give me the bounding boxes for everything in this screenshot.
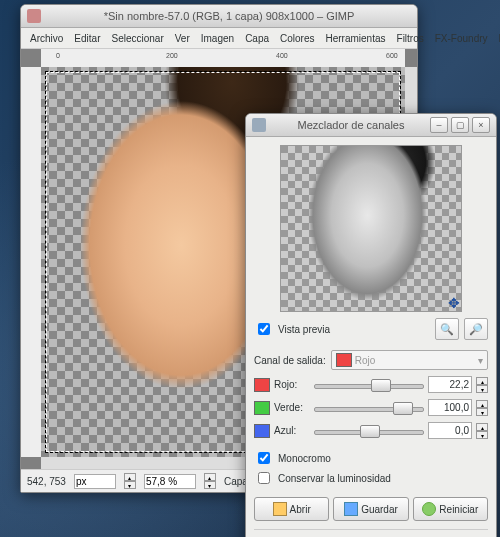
dialog-icon (252, 118, 266, 132)
menubar: Archivo Editar Seleccionar Ver Imagen Ca… (21, 28, 417, 49)
blue-value[interactable]: 0,0 (428, 422, 472, 439)
menu-seleccionar[interactable]: Seleccionar (106, 31, 168, 46)
maximize-button[interactable]: ▢ (451, 117, 469, 133)
menu-fxfoundry[interactable]: FX-Foundry (430, 31, 493, 46)
preview-checkbox[interactable] (258, 323, 270, 335)
blue-slider-label: Azul: (274, 425, 310, 436)
save-button[interactable]: Guardar (333, 497, 408, 521)
monochrome-label: Monocromo (278, 453, 331, 464)
close-button[interactable]: × (472, 117, 490, 133)
chevron-down-icon: ▾ (478, 355, 483, 366)
red-value[interactable]: 22,2 (428, 376, 472, 393)
green-value[interactable]: 100,0 (428, 399, 472, 416)
move-icon[interactable]: ✥ (445, 295, 462, 312)
folder-open-icon (273, 502, 287, 516)
red-slider[interactable] (314, 377, 424, 393)
output-channel-combo: Rojo ▾ (331, 350, 488, 370)
main-titlebar[interactable]: *Sin nombre-57.0 (RGB, 1 capa) 908x1000 … (21, 5, 417, 28)
channel-mixer-dialog: Mezclador de canales – ▢ × ✥ Vista previ… (245, 113, 497, 537)
ruler-vertical[interactable] (21, 67, 42, 457)
cursor-coords: 542, 753 (27, 476, 66, 487)
reset-icon (422, 502, 436, 516)
menu-colores[interactable]: Colores (275, 31, 319, 46)
red-slider-label: Rojo: (274, 379, 310, 390)
gimp-icon (27, 9, 41, 23)
preserve-luminosity-label: Conservar la luminosidad (278, 473, 391, 484)
main-title: *Sin nombre-57.0 (RGB, 1 capa) 908x1000 … (47, 10, 411, 22)
zoom-input[interactable] (144, 474, 196, 489)
unit-up[interactable]: ▴ (124, 473, 136, 481)
menu-filtros[interactable]: Filtros (392, 31, 429, 46)
menu-imagen[interactable]: Imagen (196, 31, 239, 46)
blue-slider[interactable] (314, 423, 424, 439)
red-swatch-icon (254, 378, 270, 392)
green-swatch-icon (254, 401, 270, 415)
preserve-luminosity-checkbox[interactable] (258, 472, 270, 484)
menu-herramientas[interactable]: Herramientas (321, 31, 391, 46)
red-up[interactable]: ▴ (476, 377, 488, 385)
unit-input[interactable] (74, 474, 116, 489)
output-channel-label: Canal de salida: (254, 355, 326, 366)
red-swatch-icon (336, 353, 352, 367)
green-slider-label: Verde: (274, 402, 310, 413)
zoom-down[interactable]: ▾ (204, 481, 216, 489)
green-slider[interactable] (314, 400, 424, 416)
unit-down[interactable]: ▾ (124, 481, 136, 489)
dialog-titlebar[interactable]: Mezclador de canales – ▢ × (246, 114, 496, 137)
zoom-out-button[interactable]: 🔍 (435, 318, 459, 340)
menu-editar[interactable]: Editar (69, 31, 105, 46)
preview-image[interactable]: ✥ (280, 145, 462, 312)
ruler-horizontal[interactable]: 0 200 400 600 (41, 49, 405, 68)
minimize-button[interactable]: – (430, 117, 448, 133)
zoom-in-button[interactable]: 🔎 (464, 318, 488, 340)
blue-swatch-icon (254, 424, 270, 438)
blue-down[interactable]: ▾ (476, 431, 488, 439)
zoom-up[interactable]: ▴ (204, 473, 216, 481)
blue-up[interactable]: ▴ (476, 423, 488, 431)
menu-archivo[interactable]: Archivo (25, 31, 68, 46)
save-icon (344, 502, 358, 516)
menu-ver[interactable]: Ver (170, 31, 195, 46)
monochrome-checkbox[interactable] (258, 452, 270, 464)
green-up[interactable]: ▴ (476, 400, 488, 408)
reset-button[interactable]: Reiniciar (413, 497, 488, 521)
open-button[interactable]: Abrir (254, 497, 329, 521)
menu-pythonfu[interactable]: Python-Fu (494, 31, 500, 46)
preview-label: Vista previa (278, 324, 330, 335)
green-down[interactable]: ▾ (476, 408, 488, 416)
red-down[interactable]: ▾ (476, 385, 488, 393)
dialog-title: Mezclador de canales (272, 119, 430, 131)
menu-capa[interactable]: Capa (240, 31, 274, 46)
